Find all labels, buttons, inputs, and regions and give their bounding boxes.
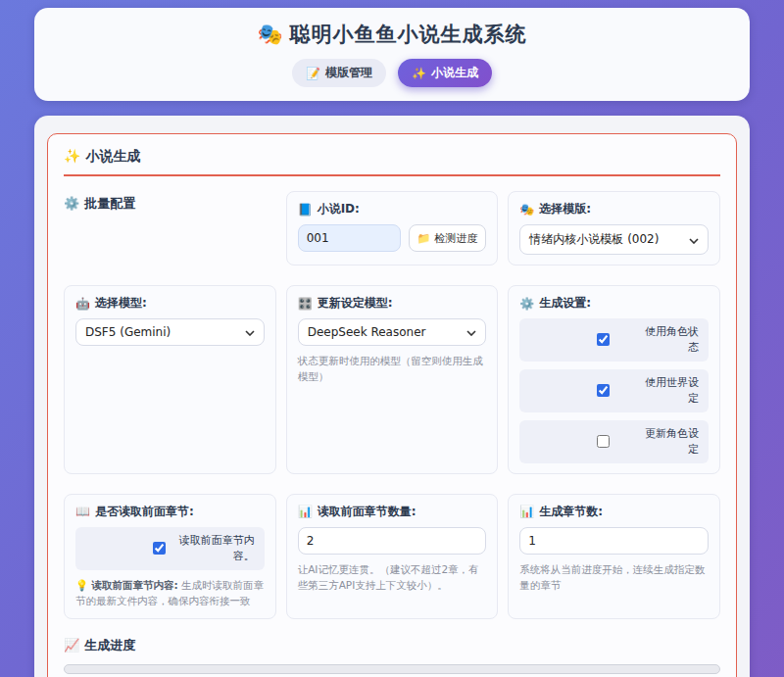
- chevron-down-icon: [689, 233, 699, 247]
- sparkles-icon: ✨: [64, 148, 80, 164]
- batch-config-heading: ⚙️批量配置: [64, 191, 276, 266]
- read-previous-content-label: 读取前面章节内容。: [178, 533, 255, 564]
- nav-tabs: 📝 模版管理 ✨ 小说生成: [34, 59, 750, 87]
- generation-settings-card: ⚙️ 生成设置: 使用角色状态 使用世界设定 更新角色设定: [508, 285, 720, 474]
- use-world-setting-label: 使用世界设定: [642, 375, 699, 407]
- model-label-text: 选择模型:: [95, 295, 147, 312]
- chevron-down-icon: [466, 325, 476, 339]
- read-previous-hint: 💡 读取前面章节内容: 生成时读取前面章节的最新文件内容，确保内容衔接一致: [75, 577, 265, 609]
- novel-id-input[interactable]: [298, 224, 401, 252]
- template-label: 🎭 选择模版:: [519, 201, 709, 218]
- novel-id-label: 📘 小说ID:: [298, 201, 487, 218]
- generate-chapter-count-label: 📊 生成章节数:: [519, 504, 709, 520]
- progress-bar: [64, 664, 720, 674]
- model-label: 🤖 选择模型:: [75, 295, 265, 312]
- use-character-state-label: 使用角色状态: [642, 324, 699, 356]
- theater-masks-icon: 🎭: [257, 23, 283, 46]
- update-character-setting-label: 更新角色设定: [642, 426, 699, 458]
- generate-chapter-count-input[interactable]: [519, 527, 709, 555]
- read-previous-chapters-label: 📖 是否读取前面章节:: [75, 504, 265, 520]
- update-model-card: 🎛️ 更新设定模型: DeepSeek Reasoner 状态更新时使用的模型（…: [286, 285, 499, 474]
- app-title-text: 聪明小鱼鱼小说生成系统: [290, 23, 527, 46]
- read-previous-chapters-card: 📖 是否读取前面章节: 读取前面章节内容。 💡 读取前面章节内容: 生成时读取前…: [64, 494, 276, 619]
- generate-chapter-count-hint: 系统将从当前进度开始，连续生成指定数量的章节: [519, 561, 709, 594]
- progress-heading-text: 生成进度: [84, 638, 135, 653]
- theater-masks-icon: 🎭: [519, 203, 534, 217]
- folder-icon: 📁: [417, 232, 431, 245]
- model-select[interactable]: DSF5 (Gemini): [75, 318, 265, 346]
- template-select-card: 🎭 选择模版: 情绪内核小说模板 (002): [508, 191, 720, 266]
- chevron-down-icon: [245, 325, 255, 339]
- blue-book-icon: 📘: [298, 203, 313, 217]
- check-progress-label: 检测进度: [434, 231, 477, 246]
- sparkles-icon: ✨: [412, 67, 426, 80]
- generate-chapter-count-label-text: 生成章节数:: [539, 504, 603, 520]
- app-header: 🎭聪明小鱼鱼小说生成系统 📝 模版管理 ✨ 小说生成: [34, 8, 750, 101]
- read-previous-content-checkbox[interactable]: [153, 542, 166, 555]
- bar-chart-icon: 📊: [298, 505, 313, 518]
- update-model-hint: 状态更新时使用的模型（留空则使用生成模型）: [298, 353, 487, 385]
- use-character-state-checkbox[interactable]: [597, 333, 610, 346]
- generation-settings-label: ⚙️ 生成设置:: [519, 295, 709, 312]
- use-world-setting-row: 使用世界设定: [519, 369, 709, 412]
- tab-label: 模版管理: [325, 65, 372, 81]
- previous-chapter-count-label: 📊 读取前面章节数量:: [298, 504, 487, 520]
- use-world-setting-checkbox[interactable]: [597, 384, 610, 397]
- gear-icon: ⚙️: [64, 196, 79, 211]
- bar-chart-icon: 📊: [519, 505, 534, 518]
- template-select[interactable]: 情绪内核小说模板 (002): [519, 224, 709, 255]
- use-character-state-row: 使用角色状态: [519, 318, 709, 362]
- gear-icon: ⚙️: [519, 297, 534, 311]
- control-knobs-icon: 🎛️: [298, 297, 313, 311]
- memo-icon: 📝: [306, 67, 320, 80]
- read-previous-hint-bold: 读取前面章节内容:: [91, 579, 177, 591]
- model-select-card: 🤖 选择模型: DSF5 (Gemini): [64, 285, 276, 474]
- template-label-text: 选择模版:: [539, 201, 591, 218]
- tab-template-management[interactable]: 📝 模版管理: [292, 59, 386, 87]
- novel-generation-panel: ✨小说生成 ⚙️批量配置 📘 小说ID: 📁 检测进度: [47, 133, 737, 677]
- novel-id-label-text: 小说ID:: [318, 201, 360, 218]
- previous-chapter-count-label-text: 读取前面章节数量:: [318, 504, 416, 520]
- check-progress-button[interactable]: 📁 检测进度: [409, 224, 487, 252]
- novel-id-card: 📘 小说ID: 📁 检测进度: [286, 191, 499, 266]
- batch-config-heading-text: 批量配置: [84, 196, 135, 211]
- tab-label: 小说生成: [431, 65, 478, 81]
- template-select-value: 情绪内核小说模板 (002): [529, 231, 659, 248]
- panel-title: ✨小说生成: [64, 148, 720, 176]
- novel-id-row: 📁 检测进度: [298, 224, 487, 252]
- read-previous-chapters-label-text: 是否读取前面章节:: [95, 504, 194, 520]
- update-character-setting-checkbox[interactable]: [597, 435, 610, 448]
- update-model-select[interactable]: DeepSeek Reasoner: [298, 318, 487, 346]
- tab-novel-generation[interactable]: ✨ 小说生成: [398, 59, 492, 87]
- progress-heading: 📈生成进度: [64, 637, 720, 654]
- chart-increasing-icon: 📈: [64, 638, 79, 653]
- model-select-value: DSF5 (Gemini): [85, 325, 171, 339]
- panel-title-text: 小说生成: [85, 148, 140, 164]
- update-model-label: 🎛️ 更新设定模型:: [298, 295, 487, 312]
- generate-chapter-count-card: 📊 生成章节数: 系统将从当前进度开始，连续生成指定数量的章节: [508, 494, 720, 619]
- update-character-setting-row: 更新角色设定: [519, 420, 709, 463]
- update-model-select-value: DeepSeek Reasoner: [308, 325, 426, 339]
- robot-icon: 🤖: [75, 297, 90, 311]
- open-book-icon: 📖: [75, 505, 90, 518]
- previous-chapter-count-input[interactable]: [298, 527, 487, 555]
- generation-settings-label-text: 生成设置:: [539, 295, 591, 312]
- previous-chapter-count-card: 📊 读取前面章节数量: 让AI记忆更连贯。（建议不超过2章，有些第三方API支持…: [286, 494, 499, 619]
- read-previous-content-row: 读取前面章节内容。: [75, 527, 265, 570]
- update-model-label-text: 更新设定模型:: [318, 295, 393, 312]
- batch-config-grid: ⚙️批量配置 📘 小说ID: 📁 检测进度 🎭 选: [64, 191, 720, 619]
- light-bulb-icon: 💡: [75, 579, 88, 591]
- previous-chapter-count-hint: 让AI记忆更连贯。（建议不超过2章，有些第三方API支持上下文较小）。: [298, 561, 487, 594]
- main-container: ✨小说生成 ⚙️批量配置 📘 小说ID: 📁 检测进度: [34, 116, 750, 677]
- app-title: 🎭聪明小鱼鱼小说生成系统: [34, 21, 750, 48]
